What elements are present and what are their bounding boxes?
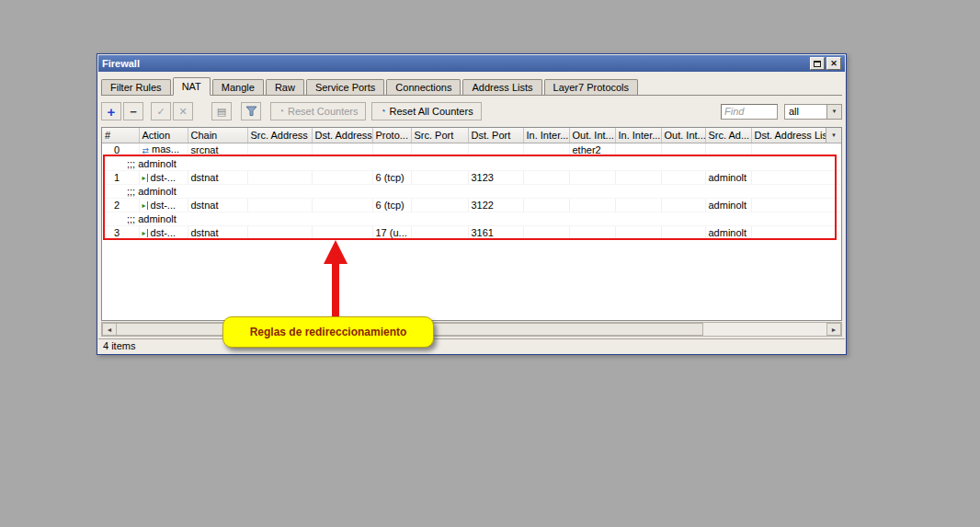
table-row[interactable]: 3 ▸dst-... dstnat 17 (u... 3161 adminolt <box>102 225 841 239</box>
col-in-interface-list[interactable]: In. Inter... <box>615 128 661 143</box>
dstnat-action-icon: ▸ <box>142 229 148 237</box>
close-button[interactable]: ✕ <box>826 57 841 70</box>
col-out-interface[interactable]: Out. Int... <box>569 128 615 143</box>
disable-button[interactable]: ✕ <box>173 102 193 120</box>
rule-number: 0 <box>102 143 139 156</box>
annotation-callout: Reglas de redireccionamiento <box>222 316 434 348</box>
tab-filter-rules[interactable]: Filter Rules <box>101 79 171 95</box>
rule-action-label: dst-... <box>151 227 177 238</box>
rule-number: 2 <box>102 198 139 212</box>
col-action[interactable]: Action <box>139 128 188 143</box>
counter-icon: ◔ <box>279 107 284 116</box>
remove-button[interactable]: − <box>123 102 143 120</box>
reset-all-counters-button[interactable]: ◔ Reset All Counters <box>371 102 481 120</box>
cell-protocol: 6 (tcp) <box>372 198 411 212</box>
table-row[interactable]: 0 ⇄mas... srcnat ether2 <box>102 143 841 156</box>
scroll-left-button[interactable]: ◄ <box>102 323 117 336</box>
cell-src-address <box>247 225 312 239</box>
find-input[interactable] <box>721 104 778 120</box>
comment-icon: ▤ <box>217 107 226 117</box>
col-chain[interactable]: Chain <box>188 128 247 143</box>
cell-dst-address-list <box>751 170 841 184</box>
tab-connections[interactable]: Connections <box>386 79 461 95</box>
nat-rules-table: # Action Chain Src. Address Dst. Address… <box>102 128 841 240</box>
cell-src-address-list: adminolt <box>705 198 751 212</box>
cell-out-interface-list <box>661 198 705 212</box>
maximize-icon <box>814 61 821 67</box>
col-number[interactable]: # <box>102 128 139 143</box>
callout-text: Reglas de redireccionamiento <box>250 326 407 338</box>
cell-in-interface-list <box>615 198 661 212</box>
filter-dropdown-value: all <box>784 104 826 120</box>
col-src-address[interactable]: Src. Address <box>247 128 312 143</box>
col-in-interface[interactable]: In. Inter... <box>523 128 569 143</box>
tab-mangle[interactable]: Mangle <box>212 79 264 95</box>
col-dst-address[interactable]: Dst. Address <box>312 128 372 143</box>
add-button[interactable]: + <box>101 102 121 120</box>
maximize-button[interactable] <box>810 57 825 70</box>
rule-chain: dstnat <box>188 198 247 212</box>
tab-service-ports[interactable]: Service Ports <box>306 79 384 95</box>
comment-button[interactable]: ▤ <box>211 102 232 120</box>
comment-row[interactable]: ;;; adminolt <box>102 184 841 198</box>
cell-dst-port: 3161 <box>468 225 523 239</box>
tab-bar: Filter Rules NAT Mangle Raw Service Port… <box>101 77 842 96</box>
dstnat-action-icon: ▸ <box>142 201 148 210</box>
counter-icon: ◔ <box>380 107 385 116</box>
rule-action-label: dst-... <box>151 200 177 211</box>
tab-layer7-protocols[interactable]: Layer7 Protocols <box>544 79 639 95</box>
reset-all-counters-label: Reset All Counters <box>390 106 473 117</box>
cell-protocol <box>372 143 411 156</box>
cell-out-interface-list <box>661 170 705 184</box>
title-bar[interactable]: Firewall ✕ <box>98 55 845 72</box>
enable-button[interactable]: ✓ <box>151 102 171 120</box>
tab-address-lists[interactable]: Address Lists <box>462 79 541 95</box>
cell-in-interface-list <box>615 170 661 184</box>
horizontal-scrollbar[interactable]: ◄ ► <box>101 322 842 337</box>
filter-dropdown[interactable]: all ▼ <box>784 104 842 120</box>
comment-row[interactable]: ;;; adminolt <box>102 156 841 170</box>
col-src-port[interactable]: Src. Port <box>411 128 468 143</box>
rule-action: ▸dst-... <box>139 198 188 212</box>
comment-text: ;;; adminolt <box>102 156 841 170</box>
rules-table-container: # Action Chain Src. Address Dst. Address… <box>101 127 842 321</box>
dropdown-arrow-icon[interactable]: ▼ <box>826 104 842 120</box>
table-row[interactable]: 2 ▸dst-... dstnat 6 (tcp) 3122 adminolt <box>102 198 841 212</box>
filter-button[interactable] <box>241 102 261 120</box>
table-row[interactable]: 1 ▸dst-... dstnat 6 (tcp) 3123 adminolt <box>102 170 841 184</box>
tab-nat[interactable]: NAT <box>173 77 211 96</box>
toolbar: + − ✓ ✕ ▤ ◔ Reset Counters ◔ Reset All C… <box>101 101 842 121</box>
filter-icon <box>245 106 257 117</box>
items-count: 4 items <box>103 340 135 351</box>
rule-chain: srcnat <box>188 143 247 156</box>
cell-out-interface: ether2 <box>569 143 615 156</box>
cell-src-port <box>411 170 468 184</box>
cell-dst-address-list <box>751 198 841 212</box>
col-protocol[interactable]: Proto... <box>372 128 411 143</box>
cell-out-interface-list <box>661 225 705 239</box>
rule-action: ⇄mas... <box>139 143 188 156</box>
cell-in-interface <box>523 198 569 212</box>
tab-raw[interactable]: Raw <box>266 79 304 95</box>
cell-protocol: 6 (tcp) <box>372 170 411 184</box>
scroll-right-button[interactable]: ► <box>826 323 841 336</box>
column-select-button[interactable]: ▼ <box>826 128 841 143</box>
cell-out-interface <box>569 198 615 212</box>
col-out-interface-list[interactable]: Out. Int... <box>661 128 705 143</box>
cell-protocol: 17 (u... <box>372 225 411 239</box>
reset-counters-button[interactable]: ◔ Reset Counters <box>270 102 366 120</box>
col-dst-port[interactable]: Dst. Port <box>468 128 523 143</box>
plus-icon: + <box>108 105 116 119</box>
cell-src-port <box>411 143 468 156</box>
masquerade-action-icon: ⇄ <box>142 146 150 155</box>
status-bar: 4 items <box>98 338 845 353</box>
cell-in-interface <box>523 225 569 239</box>
window-title: Firewall <box>102 58 808 69</box>
cell-dst-address <box>312 225 372 239</box>
desktop-background: Firewall ✕ Filter Rules NAT Mangle Raw S… <box>0 0 980 527</box>
cell-src-port <box>411 225 468 239</box>
col-src-address-list[interactable]: Src. Ad... <box>705 128 751 143</box>
cell-out-interface <box>569 225 615 239</box>
comment-row[interactable]: ;;; adminolt <box>102 212 841 225</box>
rule-action-label: dst-... <box>151 172 177 183</box>
